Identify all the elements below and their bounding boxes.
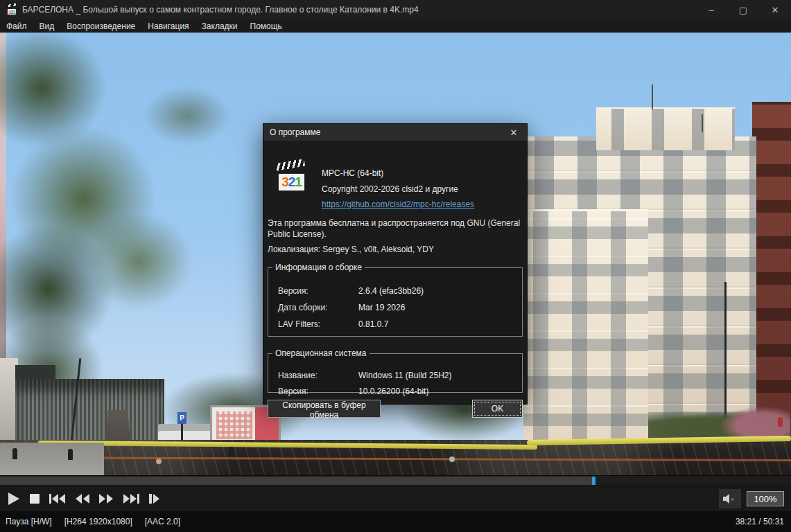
about-dialog: О программе ✕ 321 MPC-HC (64-bit) Copyri…	[263, 123, 528, 405]
localization-text: Локализация: Sergey S., v0lt, Aleksoid, …	[268, 245, 434, 254]
skip-forward-icon	[122, 494, 140, 504]
app-name: MPC-HC (64-bit)	[322, 168, 383, 178]
copyright-text: Copyright 2002-2026 clsid2 и другие	[322, 184, 458, 194]
build-info-legend: Информация о сборке	[272, 263, 365, 272]
playback-state: Пауза [H/W]	[6, 517, 52, 526]
dialog-body: 321 MPC-HC (64-bit) Copyright 2002-2026 …	[263, 141, 527, 404]
dialog-title: О программе	[263, 127, 501, 137]
pedestrian	[68, 449, 73, 460]
os-name-row: Название: Windows 11 (Build 25H2)	[278, 371, 515, 380]
speaker-muted-icon: ×	[722, 493, 738, 504]
skip-back-icon	[49, 494, 67, 504]
minimize-button[interactable]: –	[695, 0, 727, 19]
skip-back-button[interactable]	[44, 488, 71, 509]
audio-codec-info: [AAC 2.0]	[145, 517, 180, 526]
rewind-button[interactable]	[71, 488, 94, 509]
pedestrian	[229, 447, 234, 456]
menu-favorites[interactable]: Закладки	[195, 21, 244, 32]
parking-sign: P	[177, 412, 186, 424]
volume-level[interactable]: 100%	[747, 491, 784, 506]
menu-navigate[interactable]: Навигация	[141, 21, 195, 32]
os-info-legend: Операционная система	[272, 348, 370, 358]
dialog-title-bar[interactable]: О программе ✕	[263, 124, 527, 141]
seek-position-marker[interactable]	[592, 477, 596, 485]
stop-button[interactable]	[25, 488, 44, 509]
build-version-row: Версия: 2.6.4 (efac3bb26)	[278, 286, 515, 296]
title-bar: 321 БАРСЕЛОНА _ Большой выпуск о самом к…	[0, 0, 791, 19]
status-bar: Пауза [H/W] [H264 1920x1080] [AAC 2.0] 3…	[0, 511, 791, 532]
rewind-icon	[75, 494, 90, 504]
copy-to-clipboard-button[interactable]: Скопировать в буфер обмена	[268, 400, 381, 418]
os-version-row: Версия: 10.0.26200 (64-bit)	[278, 387, 515, 396]
releases-link[interactable]: https://github.com/clsid2/mpc-hc/release…	[322, 200, 474, 209]
lav-filters-row: LAV Filters: 0.81.0.7	[278, 319, 515, 329]
close-button[interactable]: ✕	[759, 0, 791, 19]
pedestrian	[778, 417, 783, 427]
mpc-hc-logo-icon: 321	[276, 161, 308, 193]
time-display: 38:21 / 50:31	[736, 517, 784, 526]
antenna	[702, 114, 703, 132]
frame-step-button[interactable]	[144, 488, 165, 509]
video-codec-info: [H264 1920x1080]	[64, 517, 132, 526]
frame-step-icon	[148, 494, 161, 504]
play-icon	[6, 491, 21, 506]
build-date-row: Дата сборки: Mar 19 2026	[278, 303, 515, 312]
os-info-group: Операционная система Название: Windows 1…	[268, 348, 523, 393]
window-title: БАРСЕЛОНА _ Большой выпуск о самом контр…	[22, 5, 695, 15]
fast-forward-button[interactable]	[94, 488, 118, 509]
menu-play[interactable]: Воспроизведение	[60, 21, 141, 32]
menu-view[interactable]: Вид	[33, 21, 61, 32]
menu-bar: Файл Вид Воспроизведение Навигация Закла…	[0, 19, 791, 33]
pedestrian-head	[449, 456, 455, 462]
skip-forward-button[interactable]	[118, 488, 144, 509]
pedestrian	[12, 448, 17, 459]
license-text: Эта программа бесплатна и распространяет…	[268, 218, 521, 240]
tree-branch	[125, 74, 250, 157]
control-bar: × 100%	[0, 486, 791, 511]
fast-forward-icon	[98, 494, 114, 504]
menu-file[interactable]: Файл	[0, 21, 33, 32]
play-button[interactable]	[0, 488, 25, 509]
menu-help[interactable]: Помощь	[244, 21, 288, 32]
mute-button[interactable]: ×	[719, 489, 741, 508]
svg-text:×: ×	[731, 496, 734, 503]
ok-button[interactable]: OK	[472, 400, 523, 418]
app-logo-icon: 321	[6, 4, 17, 15]
brick-building	[752, 102, 791, 444]
stop-icon	[29, 493, 40, 504]
mpc-hc-window: 321 БАРСЕЛОНА _ Большой выпуск о самом к…	[0, 0, 791, 532]
dialog-close-icon[interactable]: ✕	[501, 124, 527, 141]
pedestrian-head	[156, 459, 162, 464]
maximize-button[interactable]: ▢	[727, 0, 759, 19]
build-info-group: Информация о сборке Версия: 2.6.4 (efac3…	[268, 263, 523, 337]
building-penthouse	[596, 107, 735, 150]
antenna	[652, 85, 653, 109]
seek-filled	[0, 477, 596, 485]
seek-bar[interactable]	[0, 475, 791, 486]
